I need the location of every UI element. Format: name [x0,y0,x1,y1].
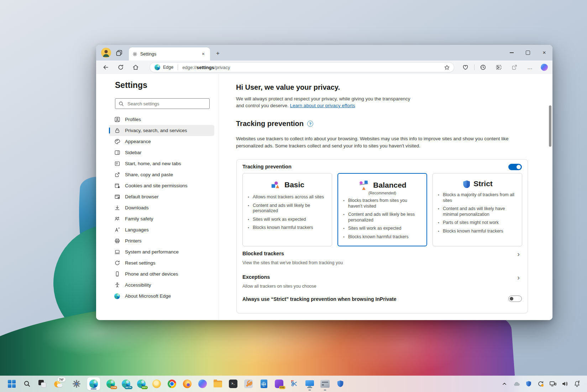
url-scheme: edge:// [182,65,196,70]
copilot-button[interactable] [539,62,550,73]
tracking-card-balanced[interactable]: Balanced (Recommended) Blocks trackers f… [337,173,427,246]
taskbar-search-button[interactable] [22,379,32,388]
snipping-tool-button[interactable] [290,379,299,388]
search-settings-box[interactable] [115,98,210,109]
address-bar[interactable]: Edge edge://settings/privacy [150,62,454,72]
preview-app-button[interactable]: PRE [274,379,284,388]
sidebar-item-sidebar[interactable]: Sidebar [109,147,214,158]
firefox-button[interactable] [183,379,192,388]
web-document-button[interactable] [259,379,268,388]
refresh-button[interactable] [115,62,126,73]
sidebar-item-family-safety[interactable]: Family safety [109,213,214,224]
sidebar-item-label: Appearance [125,139,151,144]
security-tray-button[interactable] [525,380,532,387]
settings-more-button[interactable]: … [525,62,535,73]
sidebar-item-languages[interactable]: Languages [109,224,214,235]
tracking-card-basic[interactable]: Basic Allows most trackers across all si… [242,173,332,246]
sidebar-item-downloads[interactable]: Downloads [109,202,214,213]
sidebar-item-start-home-tabs[interactable]: Start, home, and new tabs [109,158,214,169]
security-app-button[interactable] [336,379,345,388]
close-button[interactable]: ✕ [536,45,552,61]
chevron-up-icon [502,381,507,386]
sidebar-divider [219,74,219,320]
edge-app-button[interactable] [87,377,100,390]
sidebar-item-appearance[interactable]: Appearance [109,136,214,147]
share-button[interactable] [509,62,520,73]
file-explorer-button[interactable] [213,379,222,388]
sidebar-item-accessibility[interactable]: Accessibility [109,279,214,291]
blocked-trackers-row[interactable]: Blocked trackers [242,251,284,256]
wrench-icon [244,380,253,388]
settings-app-button[interactable] [72,379,81,388]
site-label: Edge [163,65,173,70]
sidebar-item-printers[interactable]: Printers [109,235,214,246]
edge-dev-button[interactable]: DEV [137,379,146,388]
card-title: Balanced [373,181,406,189]
scrollbar-thumb[interactable] [549,105,551,147]
edge-beta-button[interactable]: BETA [121,379,131,388]
sidebar-item-profiles[interactable]: Profiles [109,114,214,125]
sidebar-item-system-performance[interactable]: System and performance [109,246,214,257]
palette-icon [114,138,120,145]
sidebar-item-share-copy-paste[interactable]: Share, copy and paste [109,169,214,180]
titlebar[interactable]: Settings ✕ + ✕ [96,45,552,61]
dev-tools-button[interactable] [244,379,253,388]
edge-logo-icon [154,64,160,70]
history-button[interactable] [478,62,488,73]
sidebar-item-cookies-permissions[interactable]: Cookies and site permissions [109,180,214,191]
notifications-tray-button[interactable] [573,380,581,387]
browser-essentials-button[interactable] [460,62,471,73]
copilot-app-button[interactable] [198,379,207,388]
minimize-button[interactable] [503,45,520,61]
terminal-button[interactable]: >_ [229,379,238,388]
weather-widget[interactable]: 74° [53,379,66,388]
sidebar-item-reset-settings[interactable]: Reset settings [109,257,214,268]
web-capture-button[interactable] [493,62,504,73]
pre-badge: PRE [279,386,285,389]
update-tray-button[interactable] [537,380,544,387]
strict-shield-icon [462,179,470,188]
privacy-efforts-link[interactable]: Learn about our privacy efforts [290,103,355,108]
network-tray-button[interactable] [549,380,556,387]
tracking-prevention-toggle[interactable] [508,164,522,170]
search-settings-input[interactable] [127,99,208,108]
exceptions-row[interactable]: Exceptions [242,274,270,280]
tab-close-icon[interactable]: ✕ [200,51,206,57]
favorite-star-icon[interactable] [443,64,450,71]
edge-canary-button[interactable]: CAN [106,379,115,388]
tab-settings[interactable]: Settings ✕ [129,47,210,61]
display-app-button[interactable] [305,379,314,388]
address-url[interactable]: edge://settings/privacy [182,65,230,70]
tracking-card-strict[interactable]: Strict Blocks a majority of trackers fro… [433,173,522,246]
tray-overflow-button[interactable] [501,380,508,387]
sidebar-item-about-edge[interactable]: About Microsoft Edge [109,291,214,302]
onedrive-tray-button[interactable] [513,380,520,387]
balanced-scale-icon [358,180,370,190]
maximize-button[interactable] [520,45,536,61]
sidebar-item-label: Default browser [125,194,159,199]
bullet: Sites will work as expected [251,217,327,223]
scrollbar[interactable] [548,75,552,319]
sidebar-item-privacy[interactable]: Privacy, search, and services [109,125,214,136]
page-title: Hi User, we value your privacy. [236,83,340,92]
tracking-level-cards: Basic Allows most trackers across all si… [242,173,522,246]
chevron-right-icon[interactable]: › [517,251,520,256]
start-button[interactable] [7,379,16,388]
chevron-right-icon[interactable]: › [517,275,520,280]
sidebar-item-phone-devices[interactable]: Phone and other devices [109,268,214,279]
chrome-canary-button[interactable] [152,379,161,388]
help-icon[interactable]: ? [307,121,313,127]
bell-dnd-icon [573,380,581,387]
new-tab-button[interactable]: + [214,49,222,58]
profile-avatar[interactable] [101,48,111,58]
sidebar-item-default-browser[interactable]: Default browser [109,191,214,202]
profiles-icon [114,116,120,123]
volume-tray-button[interactable] [561,380,568,387]
back-button[interactable] [100,62,111,73]
inprivate-strict-toggle[interactable] [508,296,522,302]
chrome-button[interactable] [167,379,177,388]
home-button[interactable] [130,62,141,73]
tab-actions-menu-icon[interactable] [115,49,123,57]
device-app-button[interactable] [320,379,330,388]
task-view-button[interactable] [38,379,47,388]
